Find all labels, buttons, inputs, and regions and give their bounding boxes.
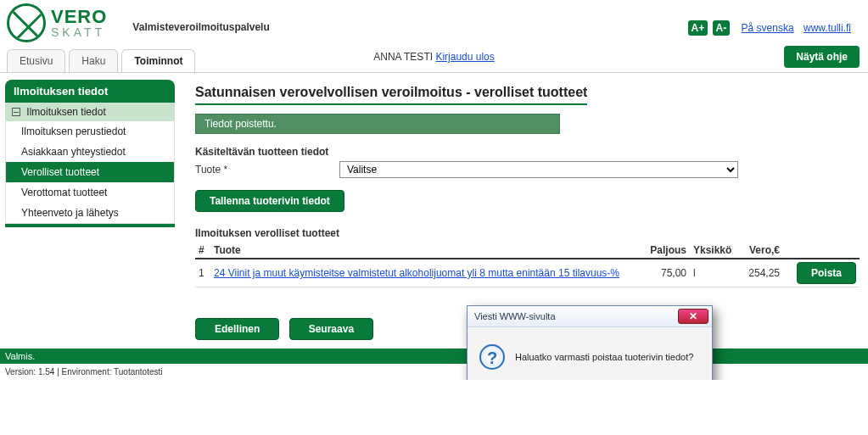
col-tuote: Tuote [210, 243, 639, 259]
status-bar: Valmis. [0, 349, 868, 364]
sidebar-item-yhteenveto[interactable]: Yhteenveto ja lähetys [6, 203, 174, 223]
user-info: ANNA TESTI Kirjaudu ulos [373, 51, 495, 63]
main-tabs: Etusivu Haku Toiminnot ANNA TESTI Kirjau… [0, 47, 868, 73]
col-yksikko: Yksikkö [690, 243, 736, 259]
dialog-message: Haluatko varmasti poistaa tuoterivin tie… [515, 352, 700, 362]
user-name: ANNA TESTI [373, 51, 433, 63]
tulli-link[interactable]: www.tulli.fi [804, 22, 851, 34]
page-title: Satunnaisen verovelvollisen veroilmoitus… [195, 85, 587, 105]
service-title: Valmisteveroilmoituspalvelu [132, 21, 269, 33]
section-taxable-products: Ilmoituksen verolliset tuotteet [195, 227, 860, 239]
logo: VERO SKATT [7, 3, 107, 42]
brand-line2: SKATT [51, 26, 107, 38]
cell-num: 1 [195, 259, 210, 287]
product-link[interactable]: 24 Viinit ja muut käymisteitse valmistet… [214, 267, 619, 279]
sidebar-group[interactable]: Ilmoituksen tiedot [5, 103, 175, 121]
sidebar-item-verottomat[interactable]: Verottomat tuotteet [6, 182, 174, 203]
collapse-icon[interactable] [12, 108, 20, 116]
col-num: # [195, 243, 210, 259]
logout-link[interactable]: Kirjaudu ulos [435, 51, 494, 63]
logo-mark-icon [7, 3, 46, 42]
tab-haku[interactable]: Haku [69, 49, 118, 72]
sidebar-bottom-bar [5, 224, 175, 227]
tab-etusivu[interactable]: Etusivu [7, 49, 65, 72]
products-table: # Tuote Paljous Yksikkö Vero,€ 1 24 Viin… [195, 243, 860, 287]
section-product-details: Käsiteltävän tuotteen tiedot [195, 146, 860, 158]
sidebar: Ilmoituksen tiedot Ilmoituksen tiedot Il… [5, 80, 175, 340]
cell-vero: 254,25 [736, 259, 783, 287]
cell-paljous: 75,00 [639, 259, 690, 287]
product-label: Tuote * [195, 164, 339, 176]
brand-line1: VERO [51, 8, 107, 26]
sidebar-item-perustiedot[interactable]: Ilmoituksen perustiedot [6, 121, 174, 142]
prev-button[interactable]: Edellinen [195, 318, 279, 340]
font-increase-button[interactable]: A+ [688, 20, 708, 36]
dialog-close-button[interactable]: ✕ [678, 309, 708, 324]
table-row: 1 24 Viinit ja muut käymisteitse valmist… [195, 259, 860, 287]
sidebar-heading: Ilmoituksen tiedot [5, 80, 175, 103]
product-select[interactable]: Valitse [339, 161, 738, 178]
cell-yksikko: l [690, 259, 736, 287]
confirm-dialog: Viesti WWW-sivulta ✕ ? Haluatko varmasti… [467, 305, 713, 380]
col-actions [783, 243, 860, 259]
sidebar-group-label: Ilmoituksen tiedot [26, 106, 105, 118]
sidebar-item-verolliset[interactable]: Verolliset tuotteet [6, 162, 174, 182]
col-paljous: Paljous [639, 243, 690, 259]
dialog-title: Viesti WWW-sivulta [474, 311, 556, 321]
font-decrease-button[interactable]: A- [713, 20, 731, 36]
dialog-title-bar: Viesti WWW-sivulta ✕ [468, 306, 712, 327]
delete-row-button[interactable]: Poista [797, 262, 856, 284]
help-button[interactable]: Näytä ohje [784, 46, 860, 68]
next-button[interactable]: Seuraava [289, 318, 373, 340]
col-vero: Vero,€ [736, 243, 783, 259]
version-line: Version: 1.54 | Environment: Tuotantotes… [0, 364, 868, 380]
sidebar-item-yhteystiedot[interactable]: Asiakkaan yhteystiedot [6, 142, 174, 162]
question-icon: ? [479, 344, 505, 370]
info-message: Tiedot poistettu. [195, 114, 560, 134]
save-row-button[interactable]: Tallenna tuoterivin tiedot [195, 190, 344, 212]
lang-svenska-link[interactable]: På svenska [742, 22, 794, 34]
tab-toiminnot[interactable]: Toiminnot [121, 49, 195, 72]
close-icon: ✕ [689, 310, 697, 322]
